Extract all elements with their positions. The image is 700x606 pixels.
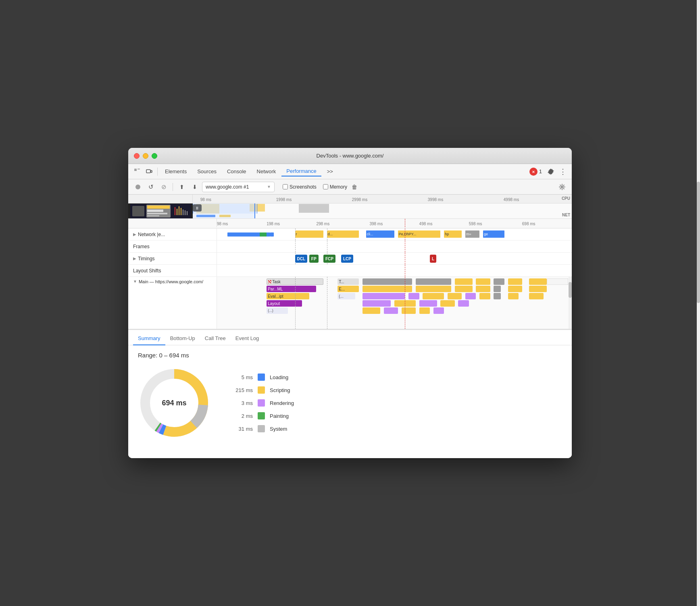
tab-bottom-up[interactable]: Bottom-Up: [165, 332, 200, 345]
cursor-icon[interactable]: [131, 166, 143, 177]
net-bar-pe: Pe,DhPY...: [398, 230, 441, 238]
close-button[interactable]: [134, 153, 140, 159]
timeline-overview[interactable]: 98 ms 1998 ms 2998 ms 3998 ms 4998 ms CP…: [128, 195, 572, 219]
rendering-label: Rendering: [270, 400, 294, 406]
net-bar-cli: cli...: [366, 230, 394, 238]
net-bar-3: [270, 232, 274, 237]
main-red-marker: [405, 277, 405, 329]
tab-console[interactable]: Console: [222, 167, 251, 176]
purple-8: [433, 307, 444, 314]
tick-98ms: 98 ms: [217, 222, 228, 226]
frames-dashed-1: [295, 241, 296, 252]
memory-label: Memory: [330, 184, 347, 190]
svg-rect-15: [147, 213, 167, 214]
frames-dashed-2: [327, 241, 327, 252]
toolbar-sep-1: [173, 183, 173, 191]
main-dashed-1: [295, 277, 296, 329]
window-title: DevTools - www.google.com/: [317, 153, 384, 159]
network-expand-icon[interactable]: ▶: [133, 232, 136, 237]
download-button[interactable]: ⬇: [189, 181, 200, 193]
timings-track-label[interactable]: ▶ Timings: [128, 253, 217, 264]
paren-bar: (...: [338, 293, 355, 299]
tab-network[interactable]: Network: [252, 167, 281, 176]
timings-expand-icon[interactable]: ▶: [133, 256, 136, 261]
eval-bar: Eval...ipt: [267, 293, 309, 299]
trash-button[interactable]: 🗑: [349, 181, 360, 193]
scripting-swatch: [258, 386, 265, 394]
frames-track-content[interactable]: [217, 241, 572, 252]
tab-call-tree[interactable]: Call Tree: [200, 332, 231, 345]
tab-elements[interactable]: Elements: [160, 167, 192, 176]
dashed-2: [327, 228, 327, 240]
main-thread-label[interactable]: ▼ Main — https://www.google.com/: [128, 277, 217, 329]
task-bar-y2: [476, 278, 490, 285]
minimize-button[interactable]: [143, 153, 148, 159]
upload-button[interactable]: ⬆: [176, 181, 188, 193]
more-vert-icon[interactable]: ⋮: [557, 166, 569, 177]
y9: [479, 293, 490, 299]
network-track-row: ▶ Network |e... r d... cli... Pe,DhPY...…: [128, 228, 572, 241]
tab-summary[interactable]: Summary: [133, 332, 165, 345]
tick-398ms: 398 ms: [369, 222, 383, 226]
reload-button[interactable]: ↺: [145, 181, 156, 193]
scrollbar-track[interactable]: [569, 277, 572, 329]
y14: [362, 307, 380, 314]
svg-rect-0: [134, 169, 137, 169]
settings-gear-icon[interactable]: [545, 166, 556, 177]
task-bar-t: T...: [338, 278, 359, 285]
screenshots-checkbox[interactable]: Screenshots: [283, 184, 317, 190]
perf-settings-icon[interactable]: [556, 181, 568, 193]
task-bar-y4: [529, 278, 547, 285]
ruler-tick-0: 98 ms: [200, 197, 211, 202]
network-track-content[interactable]: r d... cli... Pe,DhPY... hp m= ge: [217, 228, 572, 240]
clear-button[interactable]: ⊘: [158, 181, 169, 193]
net-bar-hp: hp: [444, 230, 462, 238]
maximize-button[interactable]: [152, 153, 157, 159]
tab-separator-1: [157, 168, 158, 176]
url-bar[interactable]: www.google.com #1 ▼: [202, 182, 275, 192]
tab-sources[interactable]: Sources: [192, 167, 221, 176]
tab-performance[interactable]: Performance: [281, 166, 321, 176]
svg-rect-5: [151, 170, 152, 172]
net-bar-ge: ge: [483, 230, 504, 238]
painting-label: Painting: [270, 413, 289, 419]
network-track-label[interactable]: ▶ Network |e...: [128, 228, 217, 240]
tick-198ms: 198 ms: [267, 222, 280, 226]
y10: [508, 293, 519, 299]
timings-track-content[interactable]: DCL FP FCP LCP L: [217, 253, 572, 264]
timings-label: Timings: [138, 256, 155, 261]
purple-6: [458, 300, 469, 307]
memory-checkbox[interactable]: Memory: [323, 184, 347, 190]
frames-track-row: Frames: [128, 241, 572, 253]
svg-rect-13: [147, 205, 170, 209]
tab-event-log[interactable]: Event Log: [231, 332, 264, 345]
main-expand-icon[interactable]: ▼: [133, 279, 137, 284]
donut-total: 694 ms: [162, 399, 186, 407]
ruler-tick-4: 4998 ms: [504, 197, 519, 202]
layout-shifts-content[interactable]: [217, 265, 572, 276]
scrollbar-thumb[interactable]: [569, 282, 572, 298]
task-bar-y3: [508, 278, 522, 285]
tick-698ms: 698 ms: [522, 222, 535, 226]
legend-painting: 2 ms Painting: [235, 412, 294, 419]
device-icon[interactable]: [144, 166, 155, 177]
frames-track-label: Frames: [128, 241, 217, 252]
purple-3: [465, 293, 476, 299]
svg-rect-23: [187, 211, 188, 215]
summary-range: Range: 0 – 694 ms: [138, 352, 562, 359]
fcp-badge: FCP: [323, 255, 335, 263]
svg-point-9: [561, 186, 563, 188]
tab-more[interactable]: >>: [322, 167, 338, 176]
main-thread-content[interactable]: Task T... Par...ML E...: [217, 277, 572, 329]
e-bar: E...: [338, 286, 359, 292]
record-button[interactable]: [132, 181, 144, 193]
summary-body: 694 ms 5 ms Loading 215 ms: [138, 367, 562, 439]
network-red-marker: [405, 228, 405, 240]
ruler-tick-3: 3998 ms: [428, 197, 443, 202]
painting-value: 2 ms: [235, 413, 253, 419]
svg-rect-19: [179, 206, 179, 215]
gr5: [494, 286, 501, 292]
y7: [423, 293, 444, 299]
ruler-tick-1: 1998 ms: [276, 197, 292, 202]
url-dropdown-icon[interactable]: ▼: [267, 185, 271, 189]
